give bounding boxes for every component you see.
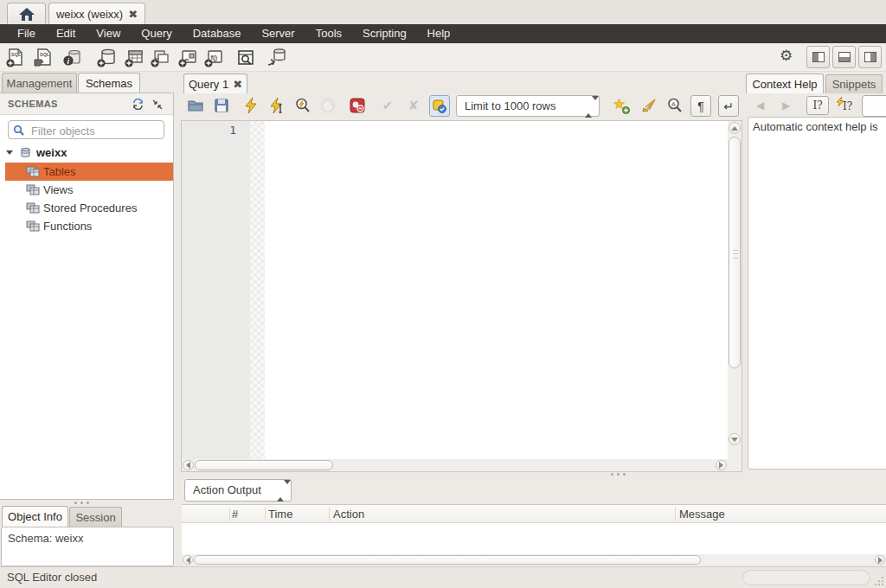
- output-table-body: [182, 523, 886, 554]
- search-table-data-icon[interactable]: [235, 48, 256, 68]
- autocommit-icon: [433, 99, 446, 113]
- menu-database[interactable]: Database: [183, 24, 252, 43]
- tab-schemas-label: Schemas: [86, 77, 132, 90]
- output-hscroll-thumb[interactable]: [194, 555, 701, 565]
- explain-query-icon[interactable]: [294, 97, 311, 114]
- reconnect-dbms-icon[interactable]: [266, 48, 286, 68]
- tab-management-label: Management: [7, 77, 73, 90]
- tab-context-help[interactable]: Context Help: [746, 74, 824, 93]
- toggle-automatic-help-icon[interactable]: I?: [836, 97, 857, 114]
- tree-node-functions-label: Functions: [43, 220, 92, 233]
- output-splitter-handle[interactable]: [611, 473, 630, 476]
- tab-management[interactable]: Management: [2, 73, 77, 93]
- toggle-stop-on-error-icon[interactable]: [349, 97, 366, 114]
- find-icon[interactable]: A: [666, 97, 684, 114]
- tree-node-tables[interactable]: Tables: [5, 163, 173, 181]
- beautify-sql-icon[interactable]: [640, 97, 658, 114]
- toggle-right-sidebar-button[interactable]: [858, 46, 882, 68]
- tree-node-schema[interactable]: weixx: [0, 144, 173, 162]
- create-view-icon[interactable]: [150, 48, 170, 68]
- new-query-tab-icon[interactable]: SQL: [5, 48, 26, 68]
- menu-scripting[interactable]: Scripting: [352, 24, 417, 43]
- scroll-left-button[interactable]: [183, 555, 193, 565]
- create-schema-icon[interactable]: [96, 48, 117, 68]
- create-table-icon[interactable]: [124, 48, 144, 68]
- tab-query-1-label: Query 1: [189, 78, 228, 91]
- tree-node-functions[interactable]: Functions: [0, 217, 173, 235]
- collapse-panel-icon[interactable]: [152, 99, 163, 110]
- editor-vscrollbar[interactable]: [728, 121, 742, 459]
- scroll-up-button[interactable]: [729, 122, 741, 134]
- save-snippet-icon[interactable]: ★: [613, 97, 630, 114]
- save-script-icon[interactable]: [213, 97, 230, 114]
- menu-server[interactable]: Server: [251, 24, 305, 43]
- filter-objects-input[interactable]: [29, 122, 163, 139]
- help-extra-button[interactable]: [862, 95, 886, 117]
- output-hscrollbar[interactable]: [182, 554, 886, 566]
- toggle-invisibles-button[interactable]: ¶: [690, 95, 711, 117]
- left-panel-icon: [812, 52, 825, 62]
- resize-grip[interactable]: [874, 576, 884, 586]
- column-time[interactable]: Time: [268, 508, 292, 521]
- tab-session[interactable]: Session: [69, 507, 122, 527]
- menu-tools[interactable]: Tools: [305, 24, 352, 43]
- connection-tab[interactable]: weixx (weixx) ✖: [48, 3, 145, 24]
- open-sql-script-icon[interactable]: SQL: [33, 48, 54, 68]
- tables-icon: [26, 166, 40, 177]
- expander-icon[interactable]: [6, 150, 13, 155]
- close-icon[interactable]: ✖: [128, 9, 138, 20]
- execute-all-icon[interactable]: [242, 97, 260, 114]
- close-icon[interactable]: ✖: [233, 79, 242, 90]
- tree-node-views[interactable]: Views: [0, 181, 173, 199]
- toggle-autocommit-button[interactable]: [429, 95, 450, 117]
- toggle-word-wrap-button[interactable]: ↵: [718, 95, 739, 117]
- scroll-down-button[interactable]: [729, 433, 741, 445]
- right-panel-icon: [864, 52, 876, 62]
- schemas-panel-header: SCHEMAS: [0, 93, 173, 115]
- toggle-bottom-panel-button[interactable]: [832, 46, 856, 68]
- editor-text-area[interactable]: [265, 121, 728, 459]
- tab-snippets[interactable]: Snippets: [825, 74, 883, 93]
- menu-view[interactable]: View: [86, 24, 131, 43]
- search-icon: [13, 125, 25, 137]
- refresh-schemas-icon[interactable]: [132, 99, 144, 110]
- filter-objects-field[interactable]: [8, 120, 164, 139]
- context-help-caret-button[interactable]: I?: [806, 96, 829, 115]
- svg-text:f(): f(): [211, 54, 218, 61]
- editor-fold-margin: [250, 121, 265, 459]
- tab-query-1[interactable]: Query 1 ✖: [183, 74, 247, 93]
- column-action[interactable]: Action: [333, 508, 364, 521]
- menu-file[interactable]: File: [7, 24, 46, 43]
- tab-session-label: Session: [75, 511, 115, 524]
- preferences-gear-icon[interactable]: ⚙: [780, 47, 793, 65]
- tab-object-info[interactable]: Object Info: [2, 506, 68, 527]
- column-number[interactable]: #: [232, 508, 238, 521]
- line-number: 1: [229, 124, 236, 137]
- execute-current-icon[interactable]: [268, 97, 286, 114]
- create-function-icon[interactable]: f(): [203, 48, 224, 68]
- home-tab[interactable]: [7, 3, 46, 24]
- column-message[interactable]: Message: [679, 508, 725, 521]
- menu-edit[interactable]: Edit: [46, 24, 86, 43]
- object-info-text: Schema: weixx: [8, 532, 83, 545]
- vscroll-thumb[interactable]: [729, 137, 741, 368]
- menu-help[interactable]: Help: [417, 24, 461, 43]
- open-file-icon[interactable]: [187, 97, 204, 114]
- tree-node-stored-procedures[interactable]: Stored Procedures: [0, 199, 173, 217]
- menu-query[interactable]: Query: [131, 24, 182, 43]
- tree-node-stored-procedures-label: Stored Procedures: [43, 201, 137, 214]
- scroll-right-button[interactable]: [716, 460, 727, 470]
- schema-inspector-icon[interactable]: i: [61, 48, 82, 68]
- left-splitter-handle[interactable]: [74, 502, 93, 504]
- tab-schemas[interactable]: Schemas: [78, 73, 140, 93]
- scroll-right-button[interactable]: [875, 555, 885, 565]
- scroll-left-button[interactable]: [183, 460, 194, 470]
- output-selector-dropdown[interactable]: Action Output: [184, 479, 292, 502]
- spinner-icon[interactable]: [585, 100, 593, 113]
- limit-rows-dropdown[interactable]: Limit to 1000 rows: [456, 95, 600, 117]
- create-procedure-icon[interactable]: [177, 48, 198, 68]
- hscroll-thumb[interactable]: [195, 460, 333, 470]
- editor-hscrollbar[interactable]: [182, 459, 728, 471]
- spinner-icon[interactable]: [277, 484, 285, 497]
- toggle-left-sidebar-button[interactable]: [806, 46, 830, 68]
